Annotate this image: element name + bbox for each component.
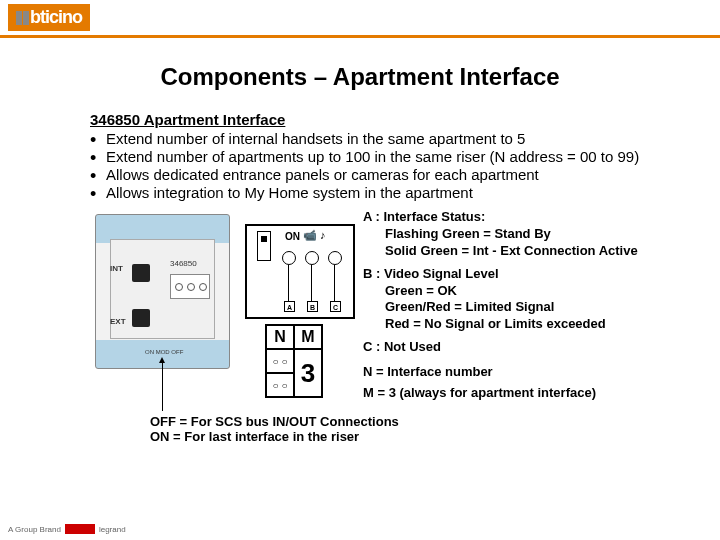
legend-b-label: B : Video Signal Level <box>363 266 670 283</box>
diagram-area: INT 346850 EXT ON MOD OFF ON 📹 ♪ <box>90 209 670 402</box>
port-icon <box>132 309 150 327</box>
switch-icon <box>257 231 271 261</box>
nm-m: M <box>294 325 322 349</box>
legend-n: N = Interface number <box>363 364 670 381</box>
legend-a-line2: Solid Green = Int - Ext Connection Activ… <box>363 243 670 260</box>
arrow-head-icon <box>159 357 165 363</box>
footer-group: A Group Brand <box>8 525 61 534</box>
bullet-item: Allows integration to My Home system in … <box>90 184 670 201</box>
schematic-on-label: ON <box>285 231 300 242</box>
bullet-item: Extend number of apartments up to 100 in… <box>90 148 670 165</box>
nm-n: N <box>266 325 294 349</box>
label-a: A <box>284 301 295 312</box>
legend-a-line1: Flashing Green = Stand By <box>363 226 670 243</box>
arrow-line <box>162 361 163 411</box>
nm-blank: ○ ○ <box>266 349 294 373</box>
bullet-item: Allows dedicated entrance panels or came… <box>90 166 670 183</box>
header-bar: bticino <box>0 0 720 38</box>
label-c: C <box>330 301 341 312</box>
connector-line <box>334 265 335 301</box>
legend-m: M = 3 (always for apartment interface) <box>363 385 670 402</box>
connector-line <box>288 265 289 301</box>
schematic-diagram: ON 📹 ♪ A B C N M <box>245 209 355 374</box>
content-area: 346850 Apartment Interface Extend number… <box>0 111 720 444</box>
device-model-label: 346850 <box>170 259 197 268</box>
legend-a: A : Interface Status: Flashing Green = S… <box>363 209 670 260</box>
legend-b-line3: Red = No Signal or Limits exceeded <box>363 316 670 333</box>
page-title: Components – Apartment Interface <box>0 63 720 91</box>
led-c-icon <box>328 251 342 265</box>
brand-text: bticino <box>30 7 82 28</box>
bullet-list: Extend number of internal handsets in th… <box>90 130 670 201</box>
device-int-label: INT <box>110 264 123 273</box>
led-icon <box>187 283 195 291</box>
schematic-icons: 📹 ♪ <box>303 229 326 242</box>
off-line: OFF = For SCS bus IN/OUT Connections <box>150 414 670 429</box>
nm-blank: ○ ○ <box>266 373 294 397</box>
legend-a-label: A : Interface Status: <box>363 209 670 226</box>
connector-line <box>311 265 312 301</box>
device-switch-label: ON MOD OFF <box>145 349 183 355</box>
nm-table: N M ○ ○ 3 ○ ○ <box>265 324 330 398</box>
led-icon <box>175 283 183 291</box>
legend-c: C : Not Used <box>363 339 670 356</box>
footer: A Group Brand legrand <box>8 524 126 534</box>
led-icon <box>199 283 207 291</box>
on-line: ON = For last interface in the riser <box>150 429 670 444</box>
subtitle: 346850 Apartment Interface <box>90 111 670 128</box>
legend-area: A : Interface Status: Flashing Green = S… <box>355 209 670 402</box>
legend-b: B : Video Signal Level Green = OK Green/… <box>363 266 670 334</box>
off-on-legend: OFF = For SCS bus IN/OUT Connections ON … <box>150 414 670 444</box>
legend-b-line2: Green/Red = Limited Signal <box>363 299 670 316</box>
label-b: B <box>307 301 318 312</box>
schematic-box: ON 📹 ♪ A B C <box>245 224 355 319</box>
legrand-logo-icon <box>65 524 95 534</box>
device-photo: INT 346850 EXT ON MOD OFF <box>90 209 235 374</box>
footer-brand: legrand <box>99 525 126 534</box>
led-a-icon <box>282 251 296 265</box>
led-b-icon <box>305 251 319 265</box>
legend-b-line1: Green = OK <box>363 283 670 300</box>
port-icon <box>132 264 150 282</box>
nm-three: 3 <box>294 349 322 397</box>
device-ext-label: EXT <box>110 317 126 326</box>
bullet-item: Extend number of internal handsets in th… <box>90 130 670 147</box>
brand-logo: bticino <box>8 4 90 31</box>
